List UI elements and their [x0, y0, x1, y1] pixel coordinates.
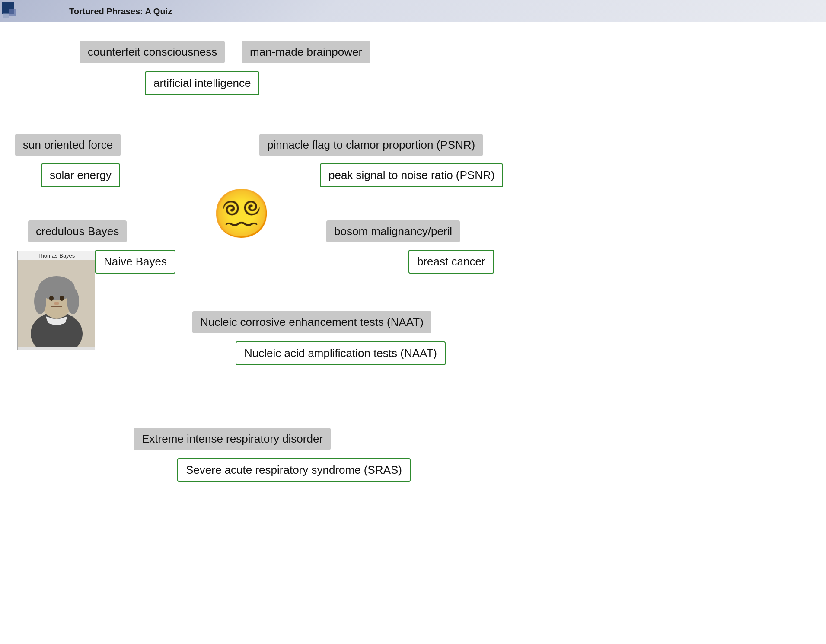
sun-oriented-force: sun oriented force [15, 134, 121, 156]
bayes-portrait [18, 260, 95, 347]
extreme-intense: Extreme intense respiratory disorder [134, 428, 331, 450]
svg-point-4 [34, 288, 46, 314]
solar-energy: solar energy [41, 163, 120, 187]
header-decoration [0, 0, 30, 22]
bosom-malignancy: bosom malignancy/peril [326, 220, 460, 242]
naive-bayes: Naive Bayes [95, 250, 175, 274]
man-made-brainpower: man-made brainpower [242, 41, 370, 63]
pinnacle-flag: pinnacle flag to clamor proportion (PSNR… [259, 134, 483, 156]
bayes-label: Thomas Bayes [18, 251, 95, 260]
svg-point-9 [54, 302, 59, 305]
credulous-bayes: credulous Bayes [28, 220, 127, 242]
artificial-intelligence: artificial intelligence [145, 71, 259, 95]
header-bar: Tortured Phrases: A Quiz [0, 0, 826, 22]
peak-signal: peak signal to noise ratio (PSNR) [320, 163, 503, 187]
svg-point-6 [49, 296, 54, 301]
nucleic-corrosive: Nucleic corrosive enhancement tests (NAA… [192, 311, 431, 333]
dizzy-emoji: 😵‍💫 [212, 186, 271, 242]
svg-point-7 [60, 296, 64, 301]
page-title: Tortured Phrases: A Quiz [35, 6, 172, 16]
counterfeit-consciousness: counterfeit consciousness [80, 41, 225, 63]
severe-acute: Severe acute respiratory syndrome (SRAS) [177, 458, 411, 482]
breast-cancer: breast cancer [408, 250, 494, 274]
svg-point-5 [67, 288, 79, 314]
bayes-image: Thomas Bayes [17, 251, 95, 350]
nucleic-acid: Nucleic acid amplification tests (NAAT) [236, 341, 446, 365]
